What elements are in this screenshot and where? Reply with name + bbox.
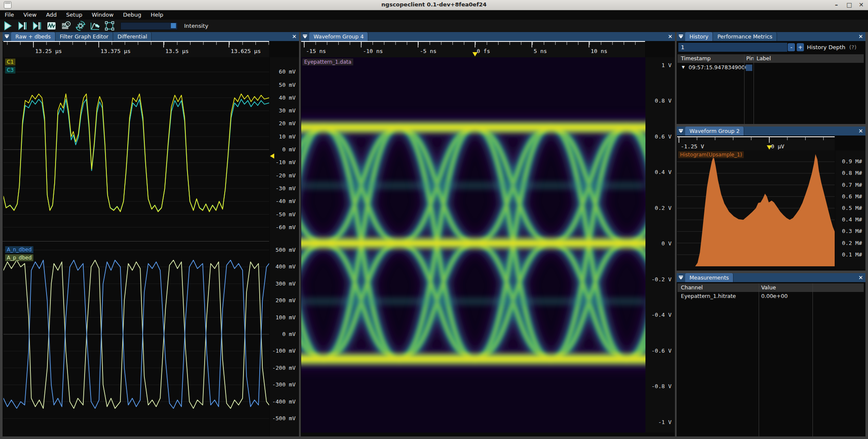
measurements-tabbar: Measurements✕ bbox=[677, 273, 865, 282]
eye-pattern-plot[interactable]: Eyepattern_1.data bbox=[301, 57, 645, 433]
menu-item-window[interactable]: Window bbox=[87, 10, 118, 20]
trace-badge-histogram[interactable]: Histogram(Upsample_1) bbox=[678, 151, 744, 158]
history-depth-minus-button[interactable]: - bbox=[788, 43, 795, 51]
wg2-ruler[interactable]: -1.25 V0 µV bbox=[677, 136, 835, 150]
history-pin-checkbox[interactable] bbox=[746, 65, 752, 71]
panel-collapse-icon[interactable] bbox=[677, 273, 685, 282]
history-icon[interactable] bbox=[61, 21, 71, 31]
ruler-label-1-25-v: -1.25 V bbox=[680, 143, 704, 150]
panel-collapse-icon[interactable] bbox=[301, 32, 309, 41]
plot-dbed-pair[interactable]: A_n_dbedA_p_dbed bbox=[3, 242, 269, 436]
menu-item-setup[interactable]: Setup bbox=[62, 10, 87, 20]
panel-close-icon[interactable]: ✕ bbox=[666, 32, 675, 41]
panel-collapse-icon[interactable] bbox=[677, 127, 685, 136]
history-depth-input[interactable] bbox=[678, 43, 787, 52]
intensity-slider[interactable] bbox=[120, 22, 178, 30]
axis-label-30-mv: 30 mV bbox=[279, 107, 296, 114]
refresh-settings-icon[interactable] bbox=[75, 21, 86, 31]
tab-waveform-group-4[interactable]: Waveform Group 4 bbox=[309, 32, 368, 41]
panel-collapse-icon[interactable] bbox=[3, 32, 11, 41]
close-button[interactable]: ✕ bbox=[856, 0, 867, 9]
window-title: ngscopeclient 0.1-dev+8fea0ef24 bbox=[0, 1, 868, 8]
axis-label-0-1-m: 0.1 M# bbox=[842, 251, 862, 258]
menu-item-help[interactable]: Help bbox=[146, 10, 168, 20]
axis-label-10-mv: -10 mV bbox=[276, 159, 296, 166]
panel-close-icon[interactable]: ✕ bbox=[856, 127, 865, 136]
measurements-table-header: Channel Value bbox=[677, 283, 864, 292]
axis-label-0-3-m: 0.3 M# bbox=[842, 228, 862, 235]
ruler-label-5-ns: 5 ns bbox=[534, 48, 547, 54]
panel-close-icon[interactable]: ✕ bbox=[856, 273, 865, 282]
menu-item-debug[interactable]: Debug bbox=[118, 10, 146, 20]
title-bar[interactable]: ngscopeclient 0.1-dev+8fea0ef24 – □ ✕ bbox=[0, 0, 868, 10]
waveform-icon[interactable] bbox=[46, 21, 57, 31]
history-depth-help[interactable]: (?) bbox=[849, 44, 856, 50]
ruler-label-13-625-s: 13.625 µs bbox=[231, 48, 261, 54]
measurement-row[interactable]: Eyepattern_1.hitrate 0.00e+00 bbox=[677, 293, 864, 301]
channel-badge-a-p-dbed[interactable]: A_p_dbed bbox=[5, 254, 33, 261]
trigger-setup-icon[interactable] bbox=[90, 21, 100, 31]
expand-arrow-icon[interactable]: ▼ bbox=[682, 65, 685, 69]
left-panel-tabbar: Raw + dbedsFilter Graph EditorDifferenti… bbox=[3, 32, 299, 41]
intensity-slider-handle[interactable] bbox=[171, 23, 176, 28]
col-channel: Channel bbox=[681, 284, 703, 291]
axis-label-40-mv: -40 mV bbox=[276, 198, 296, 205]
menu-item-file[interactable]: File bbox=[0, 10, 19, 20]
plot-c1-c3[interactable]: C1C3 bbox=[3, 57, 269, 241]
trigger-position-marker[interactable] bbox=[767, 145, 772, 150]
measurement-channel: Eyepattern_1.hitrate bbox=[681, 293, 736, 299]
ruler-label-13-25-s: 13.25 µs bbox=[35, 48, 62, 54]
ruler-label-0-v: 0 µV bbox=[771, 143, 784, 150]
axis-label-0-mv: 0 mV bbox=[282, 331, 296, 338]
left-y-axis[interactable]: 60 mV50 mV40 mV30 mV20 mV10 mV0 mV-10 mV… bbox=[270, 57, 299, 436]
axis-label-200-mv: -200 mV bbox=[272, 365, 296, 371]
play-icon[interactable] bbox=[3, 21, 13, 31]
tab-performance-metrics[interactable]: Performance Metrics bbox=[713, 32, 777, 41]
ruler-label-15-ns: -15 ns bbox=[306, 48, 326, 54]
multi-trigger-icon[interactable] bbox=[32, 21, 42, 31]
axis-label-500-mv: -500 mV bbox=[272, 415, 296, 422]
trigger-position-marker[interactable] bbox=[472, 52, 478, 56]
axis-label-50-mv: 50 mV bbox=[279, 82, 296, 88]
histogram-y-axis[interactable]: 0.9 M#0.8 M#0.7 M#0.6 M#0.5 M#0.4 M#0.3 … bbox=[836, 150, 865, 269]
axis-label-0-5-m: 0.5 M# bbox=[842, 205, 862, 212]
axis-label-400-mv: -400 mV bbox=[272, 398, 296, 405]
channel-badge-a-n-dbed[interactable]: A_n_dbed bbox=[5, 246, 33, 253]
axis-label-300-mv: -300 mV bbox=[272, 381, 296, 388]
toolbar: Intensity bbox=[0, 20, 868, 32]
panel-collapse-icon[interactable] bbox=[677, 32, 685, 41]
axis-label-60-mv: -60 mV bbox=[276, 224, 296, 231]
tab-filter-graph-editor[interactable]: Filter Graph Editor bbox=[56, 32, 113, 41]
axis-label-0-v: 0 V bbox=[662, 240, 672, 247]
trigger-level-marker[interactable] bbox=[270, 153, 274, 159]
minimize-button[interactable]: – bbox=[831, 0, 842, 9]
tab-differential[interactable]: Differential bbox=[113, 32, 152, 41]
menu-item-view[interactable]: View bbox=[19, 10, 41, 20]
tab-raw-dbeds[interactable]: Raw + dbeds bbox=[11, 32, 56, 41]
panel-close-icon[interactable]: ✕ bbox=[290, 32, 299, 41]
axis-label-100-mv: 100 mV bbox=[276, 314, 296, 321]
menu-item-add[interactable]: Add bbox=[41, 10, 62, 20]
waveform-traces bbox=[3, 57, 269, 241]
histogram-plot[interactable]: Histogram(Upsample_1) bbox=[677, 150, 835, 269]
tab-waveform-group-2[interactable]: Waveform Group 2 bbox=[685, 127, 744, 136]
fit-view-icon[interactable] bbox=[104, 21, 115, 31]
axis-label-40-mv: 40 mV bbox=[279, 94, 296, 101]
axis-label-0-6-v: 0.6 V bbox=[655, 133, 672, 140]
axis-label-0-4-m: 0.4 M# bbox=[842, 216, 862, 223]
tab-measurements[interactable]: Measurements bbox=[685, 273, 733, 282]
trace-badge-eyepattern[interactable]: Eyepattern_1.data bbox=[302, 59, 353, 65]
history-row[interactable]: ▼ 09:57:15.9478349000 bbox=[677, 64, 864, 72]
maximize-button[interactable]: □ bbox=[844, 0, 855, 9]
tab-history[interactable]: History bbox=[685, 32, 713, 41]
application-window: ngscopeclient 0.1-dev+8fea0ef24 – □ ✕ Fi… bbox=[0, 0, 868, 439]
axis-label-0-2-v: 0.2 V bbox=[655, 205, 672, 212]
eye-y-axis[interactable]: 1 V0.8 V0.6 V0.4 V0.2 V0 V-0.2 V-0.4 V-0… bbox=[645, 57, 675, 433]
history-depth-plus-button[interactable]: + bbox=[797, 43, 804, 51]
single-trigger-icon[interactable] bbox=[17, 21, 28, 31]
channel-badge-c1[interactable]: C1 bbox=[5, 59, 15, 65]
left-time-ruler[interactable]: 13.25 µs13.375 µs13.5 µs13.625 µs bbox=[3, 41, 269, 57]
panel-close-icon[interactable]: ✕ bbox=[856, 32, 865, 41]
channel-badge-c3[interactable]: C3 bbox=[5, 67, 15, 74]
center-time-ruler[interactable]: -15 ns-10 ns-5 ns0 fs5 ns10 ns bbox=[301, 41, 645, 57]
